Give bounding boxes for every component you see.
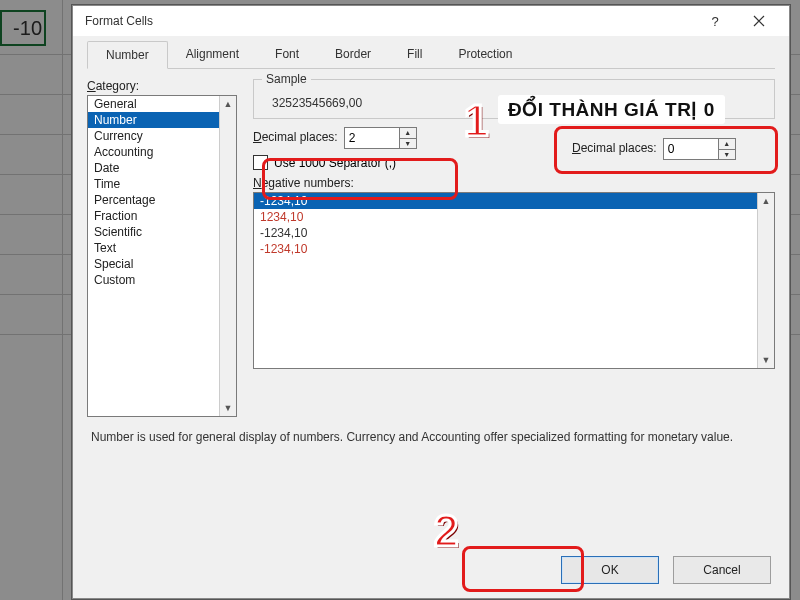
neg-item-3[interactable]: -1234,10 [254, 241, 774, 257]
category-item-currency[interactable]: Currency [88, 128, 236, 144]
checkbox-icon [253, 155, 268, 170]
dialog-tabs: Number Alignment Font Border Fill Protec… [87, 40, 775, 69]
category-item-general[interactable]: General [88, 96, 236, 112]
floating-decimal-input[interactable] [664, 140, 718, 158]
spin-up-icon[interactable]: ▲ [719, 139, 735, 150]
category-item-text[interactable]: Text [88, 240, 236, 256]
thousand-separator-label: Use 1000 Separator (,) [274, 156, 396, 170]
category-item-percentage[interactable]: Percentage [88, 192, 236, 208]
neg-scrollbar[interactable]: ▲ ▼ [757, 193, 774, 368]
dialog-titlebar: Format Cells ? [73, 6, 789, 36]
category-item-date[interactable]: Date [88, 160, 236, 176]
category-item-accounting[interactable]: Accounting [88, 144, 236, 160]
sample-value: 32523545669,00 [264, 96, 764, 110]
tab-fill[interactable]: Fill [389, 41, 440, 69]
decimal-places-label: Decimal places: [253, 130, 338, 144]
neg-item-2[interactable]: -1234,10 [254, 225, 774, 241]
scroll-up-icon[interactable]: ▲ [220, 96, 236, 112]
floating-decimal-label: Decimal places: [572, 141, 657, 155]
decimal-places-spinner[interactable]: ▲ ▼ [344, 127, 417, 149]
format-cells-dialog: Format Cells ? Number Alignment Font Bor… [72, 5, 790, 599]
category-scrollbar[interactable]: ▲ ▼ [219, 96, 236, 416]
sample-groupbox: Sample 32523545669,00 [253, 79, 775, 119]
category-description: Number is used for general display of nu… [87, 417, 775, 445]
category-item-custom[interactable]: Custom [88, 272, 236, 288]
tab-alignment[interactable]: Alignment [168, 41, 257, 69]
scroll-up-icon[interactable]: ▲ [758, 193, 774, 209]
category-item-fraction[interactable]: Fraction [88, 208, 236, 224]
spin-down-icon[interactable]: ▼ [719, 150, 735, 160]
decimal-places-input[interactable] [345, 129, 399, 147]
spin-down-icon[interactable]: ▼ [400, 139, 416, 149]
category-item-number[interactable]: Number [88, 112, 236, 128]
tab-font[interactable]: Font [257, 41, 317, 69]
spin-up-icon[interactable]: ▲ [400, 128, 416, 139]
tab-protection[interactable]: Protection [440, 41, 530, 69]
dialog-title: Format Cells [81, 14, 693, 28]
category-item-scientific[interactable]: Scientific [88, 224, 236, 240]
help-button[interactable]: ? [693, 6, 737, 36]
ok-button[interactable]: OK [561, 556, 659, 584]
category-item-special[interactable]: Special [88, 256, 236, 272]
cancel-button[interactable]: Cancel [673, 556, 771, 584]
category-listbox[interactable]: General Number Currency Accounting Date … [87, 95, 237, 417]
negative-numbers-listbox[interactable]: -1234,10 1234,10 -1234,10 -1234,10 ▲ ▼ [253, 192, 775, 369]
close-button[interactable] [737, 6, 781, 36]
neg-item-1[interactable]: 1234,10 [254, 209, 774, 225]
scroll-down-icon[interactable]: ▼ [220, 400, 236, 416]
neg-item-0[interactable]: -1234,10 [254, 193, 774, 209]
floating-decimal-panel: Decimal places: ▲ ▼ [566, 134, 742, 164]
scroll-down-icon[interactable]: ▼ [758, 352, 774, 368]
negative-numbers-label: Negative numbers: [253, 176, 775, 190]
tab-number[interactable]: Number [87, 41, 168, 69]
category-item-time[interactable]: Time [88, 176, 236, 192]
sample-label: Sample [262, 72, 311, 86]
floating-decimal-spinner[interactable]: ▲ ▼ [663, 138, 736, 160]
tab-border[interactable]: Border [317, 41, 389, 69]
close-icon [753, 15, 765, 27]
category-label: Category: [87, 79, 237, 93]
